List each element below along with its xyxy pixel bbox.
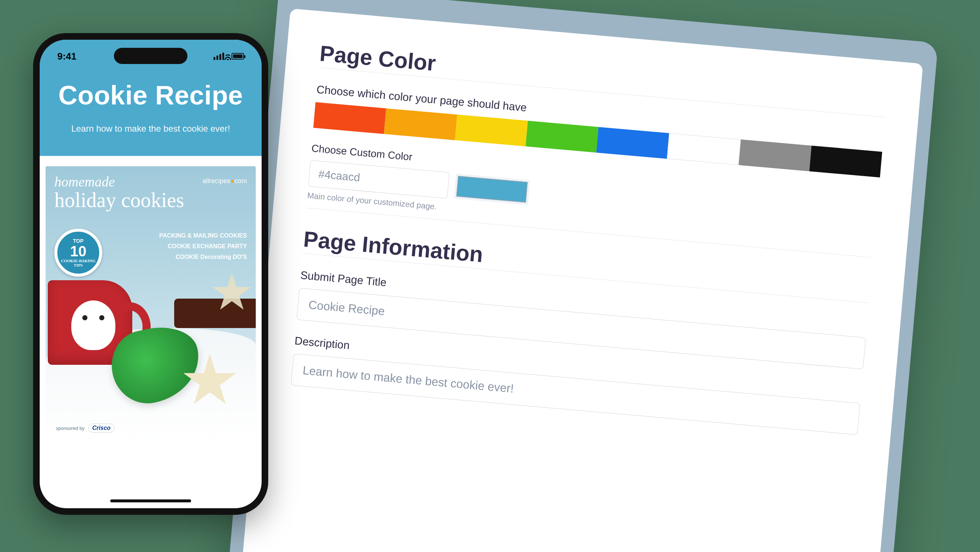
top10-badge: TOP 10 COOKIE-BAKING TIPS: [54, 229, 102, 276]
snowman-icon: [71, 300, 115, 350]
cellular-icon: [213, 53, 224, 60]
brownie-cookie: [174, 298, 256, 328]
phone-mockup: 9:41 Cookie Recipe Learn how to make the…: [33, 33, 268, 515]
swatch-gray[interactable]: [738, 139, 812, 171]
swatch-yellow[interactable]: [455, 114, 528, 146]
custom-color-preview[interactable]: [457, 176, 528, 202]
badge-number: 10: [70, 244, 87, 258]
sponsor-label: sponsored by: [56, 426, 84, 431]
page-subtitle: Learn how to make the best cookie ever!: [40, 124, 262, 134]
page-color-heading: Page Color: [318, 40, 888, 117]
hero-title: homemade holiday cookies: [54, 174, 184, 211]
brand-suffix: com: [234, 177, 247, 185]
hero-feature-3: COOKIE Decorating DO'S: [159, 252, 247, 263]
hero-line1: homemade: [54, 174, 184, 190]
swatch-black[interactable]: [809, 146, 882, 178]
page-title: Cookie Recipe: [40, 80, 262, 110]
swatch-blue[interactable]: [597, 127, 670, 159]
swatch-white[interactable]: [667, 133, 741, 165]
swatch-red[interactable]: [313, 102, 387, 134]
phone-notch: [114, 48, 188, 64]
hero-line2: holiday cookies: [54, 190, 184, 211]
hero-feature-1: PACKING & MAILING COOKIES: [159, 231, 247, 241]
settings-panel: Page Color Choose which color your page …: [239, 8, 923, 552]
sponsor-row: sponsored by Crisco: [56, 424, 115, 432]
hero-image: homemade holiday cookies allrecipes●com …: [46, 166, 256, 442]
status-time: 9:41: [57, 51, 76, 62]
swatch-orange[interactable]: [384, 108, 457, 140]
battery-icon: [232, 53, 244, 59]
phone-screen: 9:41 Cookie Recipe Learn how to make the…: [40, 40, 262, 508]
home-indicator: [110, 499, 191, 503]
hero-feature-2: COOKIE EXCHANGE PARTY: [159, 241, 247, 252]
hero-brand: allrecipes●com: [202, 177, 247, 185]
settings-window: Page Color Choose which color your page …: [225, 0, 938, 552]
window-chrome: Page Color Choose which color your page …: [225, 0, 938, 552]
badge-bottom: COOKIE-BAKING TIPS: [57, 258, 99, 267]
brand-name: allrecipes: [202, 177, 231, 185]
hero-feature-list: PACKING & MAILING COOKIES COOKIE EXCHANG…: [159, 231, 247, 262]
swatch-green[interactable]: [525, 121, 598, 153]
sponsor-logo: Crisco: [88, 424, 115, 432]
